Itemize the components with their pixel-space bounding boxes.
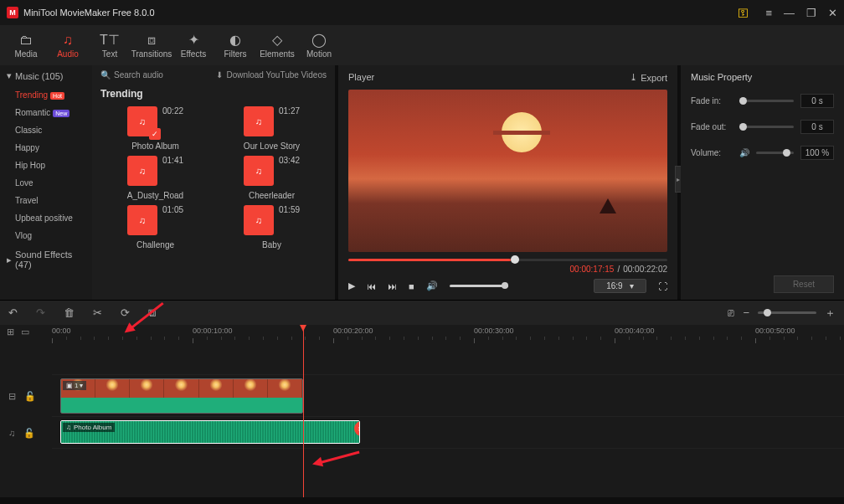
music-thumb-icon: ♫✓ (127, 106, 157, 136)
timeline[interactable]: ⊟🔓 ▣1▾ ♫🔓 ♫Photo Album ✂ (0, 343, 844, 497)
zoom-fit-button[interactable]: ⎚ (728, 306, 734, 319)
audio-tile[interactable]: ♫01:05 Challenge (99, 205, 212, 249)
play-button[interactable]: ▶ (348, 280, 355, 291)
filters-icon: ◐ (229, 32, 241, 48)
crop-button[interactable]: ⧉ (148, 306, 156, 320)
hot-badge: Hot (50, 92, 64, 100)
preview-content (600, 198, 616, 213)
prev-frame-button[interactable]: ⏮ (367, 281, 376, 291)
menu-icon[interactable]: ≡ (765, 7, 772, 19)
tab-transitions[interactable]: ⧈Transitions (131, 25, 172, 65)
lib-item-trending[interactable]: TrendingHot (0, 86, 92, 104)
lib-item-classic[interactable]: Classic (0, 121, 92, 139)
volume-icon[interactable]: 🔊 (426, 280, 438, 291)
volume-value[interactable]: 100 % (800, 146, 834, 160)
next-frame-button[interactable]: ⏭ (388, 281, 397, 291)
timeline-toolbar: ↶ ↷ 🗑 ✂ ⟳ ⧉ ⎚ − ＋ (0, 300, 844, 325)
elements-icon: ◇ (272, 32, 282, 48)
maximize-button[interactable]: ❐ (806, 7, 816, 19)
music-thumb-icon: ♫ (244, 205, 274, 235)
close-button[interactable]: ✕ (828, 7, 837, 19)
new-badge: New (53, 110, 69, 117)
app-logo: M (7, 7, 18, 18)
title-bar: M MiniTool MovieMaker Free 8.0.0 ⚿ ≡ — ❐… (0, 0, 844, 25)
export-button[interactable]: ⤓Export (630, 72, 667, 83)
audio-clip[interactable]: ♫Photo Album ✂ (60, 420, 360, 444)
lib-item-vlog[interactable]: Vlog (0, 227, 92, 244)
fade-in-label: Fade in: (691, 96, 733, 105)
fade-in-slider[interactable] (739, 100, 794, 102)
delete-button[interactable]: 🗑 (64, 306, 75, 319)
music-thumb-icon: ♫ (244, 106, 274, 136)
playhead[interactable] (303, 325, 304, 497)
export-icon: ⤓ (630, 72, 637, 83)
player-panel: Player ⤓Export 00:00:17:15/00:00:22:02 ▶… (338, 65, 677, 300)
audio-track[interactable]: ♫🔓 ♫Photo Album ✂ (52, 417, 844, 449)
tab-filters[interactable]: ◐Filters (214, 25, 256, 65)
tab-motion[interactable]: ◯Motion (298, 25, 340, 65)
audio-tile[interactable]: ♫01:41 A_Dusty_Road (99, 156, 212, 200)
search-audio[interactable]: 🔍Search audio (100, 70, 209, 80)
tab-elements[interactable]: ◇Elements (256, 25, 298, 65)
premium-key-icon[interactable]: ⚿ (738, 7, 749, 19)
zoom-in-button[interactable]: ＋ (825, 306, 836, 321)
tab-media[interactable]: 🗀Media (5, 25, 47, 65)
speed-button[interactable]: ⟳ (121, 306, 130, 319)
stop-button[interactable]: ■ (409, 281, 414, 291)
audio-browser: 🔍Search audio ⬇Download YouTube Videos T… (92, 65, 335, 300)
download-youtube-link[interactable]: ⬇Download YouTube Videos (216, 70, 327, 80)
music-track-icon: ♫ (8, 427, 15, 438)
clip-icon: ▣ (66, 382, 73, 389)
volume-label: Volume: (691, 148, 733, 157)
fade-in-value[interactable]: 0 s (800, 94, 834, 108)
audio-tile[interactable]: ♫✓00:22 Photo Album (99, 106, 212, 151)
split-button[interactable]: ✂ (93, 306, 102, 319)
reset-button[interactable]: Reset (774, 275, 834, 293)
audio-tile[interactable]: ♫01:59 Baby (215, 205, 328, 249)
video-track[interactable]: ⊟🔓 ▣1▾ (52, 375, 844, 417)
library-group-sfx[interactable]: ▸Sound Effects (47) (0, 244, 92, 275)
lock-icon[interactable]: 🔓 (24, 390, 36, 401)
music-icon: ♫ (66, 424, 71, 431)
redo-button[interactable]: ↷ (36, 306, 45, 319)
fullscreen-button[interactable]: ⛶ (658, 281, 667, 291)
lock-icon[interactable]: 🔓 (23, 427, 35, 438)
speaker-icon: 🔊 (739, 148, 749, 157)
library-sidebar: ▾Music (105) TrendingHot RomanticNew Cla… (0, 65, 92, 300)
track-options-button[interactable]: ▭ (21, 327, 29, 337)
lib-item-upbeat[interactable]: Upbeat positive (0, 209, 92, 227)
music-icon: ♫ (63, 33, 73, 48)
motion-icon: ◯ (311, 32, 327, 48)
properties-panel: ▸ Music Property Fade in: 0 s Fade out: … (681, 65, 844, 300)
transitions-icon: ⧈ (147, 33, 156, 48)
video-clip[interactable]: ▣1▾ (60, 378, 303, 414)
add-track-button[interactable]: ⊞ (7, 327, 14, 337)
undo-button[interactable]: ↶ (8, 306, 18, 319)
collapse-panel-button[interactable]: ▸ (675, 166, 681, 193)
zoom-slider[interactable] (758, 311, 816, 314)
fade-out-slider[interactable] (739, 126, 794, 128)
tab-text[interactable]: T⊤Text (89, 25, 131, 65)
library-group-music[interactable]: ▾Music (105) (0, 65, 92, 86)
lib-item-romantic[interactable]: RomanticNew (0, 104, 92, 121)
volume-slider[interactable] (450, 285, 508, 287)
minimize-button[interactable]: — (784, 7, 795, 19)
timeline-ruler[interactable]: ⊞ ▭ 00:0000:00:10:0000:00:20:0000:00:30:… (0, 325, 844, 343)
tab-effects[interactable]: ✦Effects (172, 25, 214, 65)
track-collapse-icon[interactable]: ⊟ (8, 390, 16, 401)
lib-item-happy[interactable]: Happy (0, 139, 92, 157)
zoom-out-button[interactable]: − (743, 306, 749, 319)
volume-slider-prop[interactable] (756, 152, 794, 154)
fade-out-value[interactable]: 0 s (800, 120, 834, 134)
lib-item-travel[interactable]: Travel (0, 192, 92, 209)
seekbar[interactable] (348, 259, 667, 261)
audio-tile[interactable]: ♫03:42 Cheerleader (215, 156, 328, 200)
lib-item-love[interactable]: Love (0, 174, 92, 192)
video-preview[interactable] (348, 90, 667, 252)
lib-item-hiphop[interactable]: Hip Hop (0, 157, 92, 174)
tab-audio[interactable]: ♫Audio (47, 25, 89, 65)
section-title: Trending (92, 85, 335, 106)
audio-tile[interactable]: ♫01:27 Our Love Story (215, 106, 328, 151)
aspect-ratio-select[interactable]: 16:9 ▾ (594, 279, 646, 293)
time-display: 00:00:17:15/00:00:22:02 (338, 265, 677, 274)
